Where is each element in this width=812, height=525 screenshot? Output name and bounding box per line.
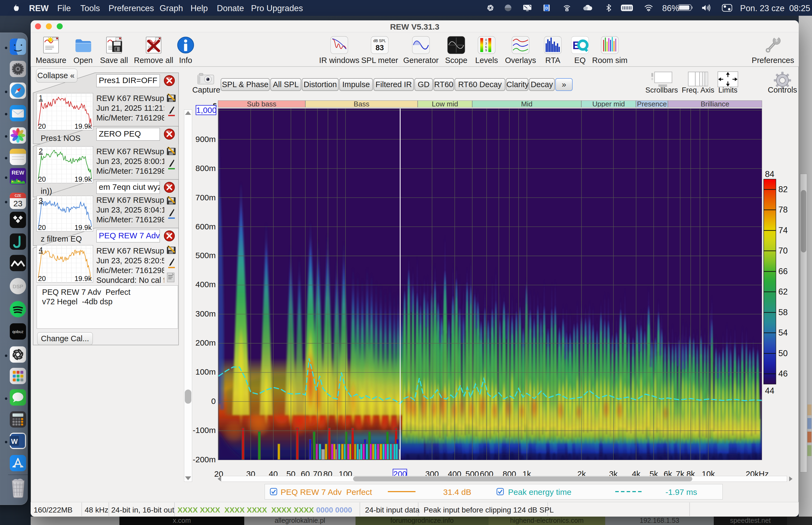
- svg-text:74: 74: [778, 226, 787, 235]
- svg-text:dB SPL: dB SPL: [373, 39, 386, 43]
- svg-text:62: 62: [778, 287, 787, 297]
- svg-text:70: 70: [778, 246, 787, 255]
- svg-text:46: 46: [778, 369, 787, 378]
- svg-text:REW: REW: [12, 170, 25, 176]
- svg-text:44: 44: [765, 386, 774, 395]
- svg-text:3: 3: [485, 42, 487, 45]
- svg-text:20: 20: [38, 122, 46, 130]
- svg-text:23: 23: [13, 199, 22, 208]
- svg-text:DSP: DSP: [13, 284, 23, 289]
- svg-text:19.9k: 19.9k: [74, 122, 92, 130]
- svg-text:20: 20: [38, 274, 46, 283]
- svg-text:19.9k: 19.9k: [74, 175, 92, 183]
- svg-text:3: 3: [39, 196, 43, 205]
- svg-text:50: 50: [778, 348, 787, 358]
- svg-text:19.9k: 19.9k: [74, 223, 92, 231]
- svg-text:82: 82: [778, 184, 787, 194]
- svg-text:4: 4: [39, 246, 43, 254]
- svg-text:84: 84: [765, 169, 774, 179]
- svg-text:CZE: CZE: [15, 194, 21, 198]
- svg-text:9: 9: [485, 48, 487, 52]
- svg-text:2: 2: [39, 147, 43, 155]
- svg-text:qobuz: qobuz: [13, 329, 24, 334]
- svg-text:54: 54: [778, 328, 787, 338]
- svg-text:66: 66: [778, 267, 787, 276]
- svg-text:1: 1: [39, 94, 43, 102]
- svg-text:19.9k: 19.9k: [74, 274, 92, 283]
- svg-text:78: 78: [778, 205, 787, 214]
- svg-text:58: 58: [778, 308, 787, 317]
- svg-text:0: 0: [485, 38, 487, 42]
- svg-text:W: W: [11, 437, 18, 446]
- svg-text:83: 83: [376, 43, 384, 52]
- svg-text:6: 6: [485, 45, 487, 49]
- svg-text:20: 20: [38, 223, 46, 231]
- svg-text:20: 20: [38, 175, 46, 183]
- svg-text:D: D: [545, 6, 548, 10]
